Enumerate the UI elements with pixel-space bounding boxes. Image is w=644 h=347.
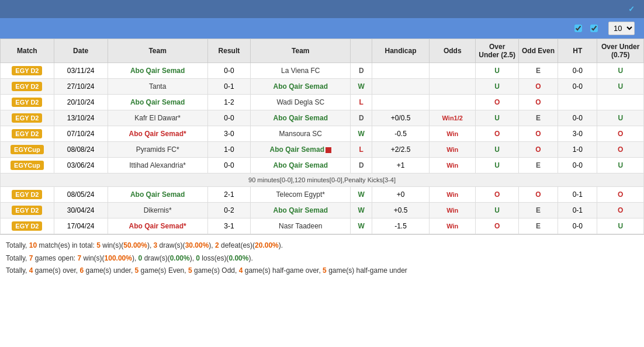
odds-cell: Win1/2: [429, 110, 476, 126]
over-under-25-cell: U: [476, 158, 518, 173]
over-under-25-cell: U: [476, 142, 518, 158]
handicap-cell: -1.5: [372, 218, 430, 234]
result-cell: 2-1: [207, 187, 250, 203]
result-cell: 0-0: [207, 158, 250, 173]
team2-cell: Abo Qair Semad: [251, 110, 351, 126]
over-under-075-cell: U: [597, 79, 644, 95]
odds-cell: Win: [429, 218, 476, 234]
team2-cell: Telecom Egypt*: [251, 187, 351, 203]
egycup-checkbox[interactable]: [574, 25, 582, 32]
odd-even-cell: O: [518, 79, 558, 95]
team2-cell: Abo Qair Semad: [251, 158, 351, 173]
odd-even-cell: O: [518, 126, 558, 142]
checkmark-icon: ✓: [628, 5, 635, 13]
odd-even-cell: E: [518, 158, 558, 173]
egycup-filter[interactable]: [574, 25, 584, 32]
odds-cell: Win: [429, 142, 476, 158]
last-games-select[interactable]: 10 20 30: [608, 22, 635, 35]
table-row: EGYCup 03/06/24 Ittihad Alexandria* 0-0 …: [1, 158, 644, 173]
filter-bar: 10 20 30: [0, 18, 644, 39]
odds-cell: [429, 95, 476, 110]
col-over-under-075: Over Under (0.75): [597, 39, 644, 63]
match-badge-cell: EGY D2: [1, 79, 54, 95]
handicap-cell: [372, 95, 430, 110]
col-spacer: [351, 39, 372, 63]
handicap-cell: +2/2.5: [372, 142, 430, 158]
match-badge: EGY D2: [12, 190, 42, 199]
col-team2: Team: [251, 39, 351, 63]
header-controls: ✓: [628, 5, 637, 13]
team1-cell: Dikernis*: [108, 203, 207, 218]
result-cell: 1-0: [207, 142, 250, 158]
over-under-075-cell: O: [597, 187, 644, 203]
odd-even-cell: O: [518, 95, 558, 110]
match-badge-cell: EGY D2: [1, 126, 54, 142]
handicap-cell: +0: [372, 187, 430, 203]
odds-cell: [429, 79, 476, 95]
date-cell: 17/04/24: [54, 218, 108, 234]
table-row: EGY D2 07/10/24 Abo Qair Semad* 3-0 Mans…: [1, 126, 644, 142]
over-under-25-cell: O: [476, 218, 518, 234]
match-badge-cell: EGY D2: [1, 203, 54, 218]
outcome-cell: D: [351, 63, 372, 79]
handicap-cell: -0.5: [372, 126, 430, 142]
team2-cell: Wadi Degla SC: [251, 95, 351, 110]
ht-cell: 0-0: [558, 158, 597, 173]
red-card-icon: [326, 147, 331, 153]
result-cell: 3-1: [207, 218, 250, 234]
ht-cell: 0-0: [558, 79, 597, 95]
table-row: EGY D2 13/10/24 Kafr El Dawar* 0-0 Abo Q…: [1, 110, 644, 126]
table-row: EGY D2 27/10/24 Tanta 0-1 Abo Qair Semad…: [1, 79, 644, 95]
match-badge: EGY D2: [12, 221, 42, 231]
match-badge: EGYCup: [11, 145, 44, 154]
result-cell: 1-2: [207, 95, 250, 110]
col-over-under-25: Over Under (2.5): [476, 39, 518, 63]
team1-cell: Abo Qair Semad: [108, 63, 207, 79]
col-odds: Odds: [429, 39, 476, 63]
table-row: EGY D2 03/11/24 Abo Qair Semad 0-0 La Vi…: [1, 63, 644, 79]
outcome-cell: W: [351, 218, 372, 234]
summary-section: Totally, 10 match(es) in total: 5 win(s)…: [0, 234, 644, 282]
ht-cell: 0-0: [558, 63, 597, 79]
date-cell: 27/10/24: [54, 79, 108, 95]
match-badge-cell: EGY D2: [1, 63, 54, 79]
match-badge: EGY D2: [12, 98, 42, 107]
team2-cell: Abo Qair Semad: [251, 142, 351, 158]
egyd2-filter[interactable]: [590, 25, 600, 32]
match-badge-cell: EGY D2: [1, 187, 54, 203]
over-under-25-cell: O: [476, 126, 518, 142]
odd-even-cell: O: [518, 187, 558, 203]
summary-line1: Totally, 10 match(es) in total: 5 win(s)…: [6, 240, 638, 252]
match-badge-cell: EGY D2: [1, 110, 54, 126]
match-badge-cell: EGY D2: [1, 218, 54, 234]
result-cell: 0-0: [207, 63, 250, 79]
egyd2-checkbox[interactable]: [590, 25, 598, 32]
match-badge-cell: EGYCup: [1, 142, 54, 158]
over-under-075-cell: U: [597, 110, 644, 126]
over-under-075-cell: U: [597, 63, 644, 79]
col-ht: HT: [558, 39, 597, 63]
team1-cell: Tanta: [108, 79, 207, 95]
over-under-075-cell: O: [597, 142, 644, 158]
table-header-row: Match Date Team Result Team Handicap Odd…: [1, 39, 644, 63]
over-under-25-cell: U: [476, 203, 518, 218]
team2-cell: Mansoura SC: [251, 126, 351, 142]
match-badge: EGYCup: [11, 161, 44, 170]
over-under-25-cell: U: [476, 79, 518, 95]
odd-even-cell: E: [518, 203, 558, 218]
match-badge: EGY D2: [12, 113, 42, 123]
handicap-cell: [372, 79, 430, 95]
over-under-075-cell: O: [597, 203, 644, 218]
scores-table: Match Date Team Result Team Handicap Odd…: [0, 39, 644, 234]
odds-cell: Win: [429, 126, 476, 142]
team2-cell: Nasr Taadeen: [251, 218, 351, 234]
result-cell: 0-0: [207, 110, 250, 126]
date-cell: 08/05/24: [54, 187, 108, 203]
summary-line3: Totally, 4 game(s) over, 6 game(s) under…: [6, 265, 638, 277]
date-cell: 20/10/24: [54, 95, 108, 110]
result-cell: 0-2: [207, 203, 250, 218]
date-cell: 03/11/24: [54, 63, 108, 79]
outcome-cell: L: [351, 142, 372, 158]
team2-cell: Abo Qair Semad: [251, 203, 351, 218]
match-badge: EGY D2: [12, 66, 42, 75]
